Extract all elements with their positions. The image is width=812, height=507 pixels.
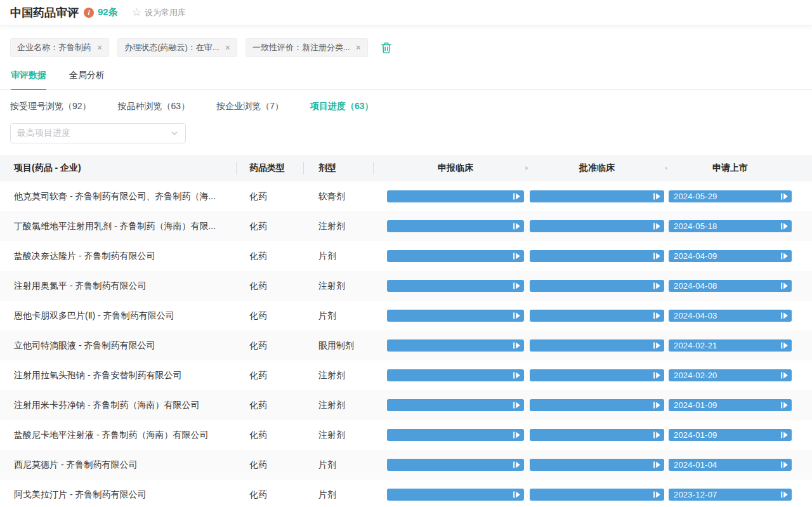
step-forward-icon [780, 222, 789, 230]
step-forward-icon [653, 491, 661, 499]
column-header-apply-market: 申请上市 [669, 162, 792, 174]
filter-tag-consistency[interactable]: 一致性评价：新注册分类... × [246, 38, 368, 57]
apply-market-bar[interactable]: 2023-12-07 [669, 489, 792, 501]
apply-market-bar[interactable]: 2024-01-04 [669, 459, 792, 471]
progress-bars: 2024-01-09 [373, 429, 792, 441]
progress-bars: 2024-01-09 [373, 399, 792, 411]
project-name[interactable]: 丁酸氯维地平注射用乳剂 - 齐鲁制药（海南）有限... [0, 221, 238, 232]
approve-clinical-bar[interactable] [530, 369, 664, 381]
project-name[interactable]: 立他司特滴眼液 - 齐鲁制药有限公司 [0, 340, 238, 352]
drug-type: 化药 [238, 280, 304, 292]
project-name[interactable]: 注射用奥氮平 - 齐鲁制药有限公司 [0, 280, 238, 292]
dosage-form: 注射剂 [304, 400, 373, 411]
filter-tag-status[interactable]: 办理状态(药融云)：在审... × [117, 38, 237, 57]
declare-clinical-bar[interactable] [387, 429, 524, 441]
project-name[interactable]: 恩他卡朋双多巴片(Ⅱ) - 齐鲁制药有限公司 [0, 310, 238, 322]
apply-market-bar[interactable]: 2024-04-09 [669, 250, 792, 262]
project-name[interactable]: 注射用拉氧头孢钠 - 齐鲁安替制药有限公司 [0, 370, 238, 381]
drug-type: 化药 [238, 340, 304, 352]
approve-clinical-bar[interactable] [530, 399, 664, 411]
approve-clinical-bar[interactable] [530, 190, 664, 202]
apply-market-bar[interactable]: 2024-04-08 [669, 280, 792, 292]
progress-bars: 2024-01-04 [373, 459, 792, 471]
step-forward-icon [513, 401, 521, 409]
drug-type: 化药 [238, 191, 304, 202]
step-forward-icon [780, 371, 789, 379]
subtab-by-variety[interactable]: 按品种浏览（63） [118, 101, 190, 112]
apply-market-bar[interactable]: 2024-01-09 [669, 429, 792, 441]
table-row: 注射用拉氧头孢钠 - 齐鲁安替制药有限公司 化药 注射剂 2024-02-20 [0, 360, 812, 390]
declare-clinical-bar[interactable] [387, 280, 524, 292]
project-name[interactable]: 他克莫司软膏 - 齐鲁制药有限公司、齐鲁制药（海... [0, 191, 238, 202]
progress-bars: 2024-04-03 [373, 310, 792, 322]
drug-type: 化药 [238, 400, 304, 411]
set-favorite-button[interactable]: ☆ 设为常用库 [132, 7, 186, 18]
apply-market-bar[interactable]: 2024-02-20 [669, 369, 792, 381]
project-name[interactable]: 西尼莫德片 - 齐鲁制药有限公司 [0, 459, 238, 471]
info-icon[interactable]: i [84, 8, 94, 18]
tab-review-data[interactable]: 审评数据 [11, 70, 46, 90]
declare-clinical-bar[interactable] [387, 399, 524, 411]
dosage-form: 片剂 [304, 459, 373, 471]
drug-type: 化药 [238, 251, 304, 262]
declare-clinical-bar[interactable] [387, 190, 524, 202]
approve-clinical-bar[interactable] [530, 220, 664, 232]
declare-clinical-bar[interactable] [387, 339, 524, 352]
project-name[interactable]: 盐酸决奈达隆片 - 齐鲁制药有限公司 [0, 251, 238, 262]
table-row: 盐酸尼卡地平注射液 - 齐鲁制药（海南）有限公司 化药 注射剂 2024-01-… [0, 420, 812, 450]
tab-global-analysis[interactable]: 全局分析 [69, 70, 105, 89]
approve-clinical-bar[interactable] [530, 250, 664, 262]
table-row: 丁酸氯维地平注射用乳剂 - 齐鲁制药（海南）有限... 化药 注射剂 2024-… [0, 211, 812, 241]
step-forward-icon [780, 431, 789, 439]
project-name[interactable]: 盐酸尼卡地平注射液 - 齐鲁制药（海南）有限公司 [0, 430, 238, 441]
declare-clinical-bar[interactable] [387, 459, 524, 471]
declare-clinical-bar[interactable] [387, 220, 524, 232]
declare-clinical-bar[interactable] [387, 369, 524, 381]
close-icon[interactable]: × [97, 43, 102, 52]
apply-market-bar[interactable]: 2024-02-21 [669, 339, 792, 352]
declare-clinical-bar[interactable] [387, 250, 524, 262]
step-forward-icon [653, 431, 661, 439]
project-name[interactable]: 阿戈美拉汀片 - 齐鲁制药有限公司 [0, 489, 238, 501]
approve-clinical-bar[interactable] [530, 459, 664, 471]
approve-clinical-bar[interactable] [530, 310, 664, 322]
subtab-project-progress[interactable]: 项目进度（63） [310, 101, 374, 112]
table-header: 项目(药品 - 企业) 药品类型 剂型 申报临床 批准临床 申请上市 [0, 155, 812, 181]
chevron-down-icon [170, 129, 179, 138]
table-row: 盐酸决奈达隆片 - 齐鲁制药有限公司 化药 片剂 2024-04-09 [0, 241, 812, 271]
step-forward-icon [780, 192, 789, 201]
apply-market-bar[interactable]: 2024-05-29 [669, 190, 792, 202]
step-forward-icon [513, 371, 521, 379]
progress-bars: 2024-04-09 [373, 250, 792, 262]
apply-market-date: 2024-01-04 [674, 460, 717, 470]
apply-market-bar[interactable]: 2024-04-03 [669, 310, 792, 322]
step-forward-icon [653, 282, 661, 290]
apply-market-bar[interactable]: 2024-05-18 [669, 220, 792, 232]
step-forward-icon [513, 491, 521, 499]
approve-clinical-bar[interactable] [530, 280, 664, 292]
filter-tag-company[interactable]: 企业名称：齐鲁制药 × [10, 38, 109, 57]
project-name[interactable]: 注射用米卡芬净钠 - 齐鲁制药（海南）有限公司 [0, 400, 238, 411]
table-row: 立他司特滴眼液 - 齐鲁制药有限公司 化药 眼用制剂 2024-02-21 [0, 331, 812, 360]
declare-clinical-bar[interactable] [387, 310, 524, 322]
approve-clinical-bar[interactable] [530, 429, 664, 441]
drug-type: 化药 [238, 221, 304, 232]
step-forward-icon [653, 252, 661, 260]
table-row: 注射用奥氮平 - 齐鲁制药有限公司 化药 注射剂 2024-04-08 [0, 271, 812, 301]
apply-market-date: 2024-05-18 [674, 221, 717, 231]
close-icon[interactable]: × [356, 43, 361, 52]
approve-clinical-bar[interactable] [530, 339, 664, 352]
clear-filters-button[interactable] [380, 41, 393, 55]
apply-market-bar[interactable]: 2024-01-09 [669, 399, 792, 411]
close-icon[interactable]: × [225, 43, 230, 52]
subtab-by-company[interactable]: 按企业浏览（7） [216, 101, 284, 112]
declare-clinical-bar[interactable] [387, 489, 524, 501]
dosage-form: 软膏剂 [304, 191, 373, 202]
dosage-form: 片剂 [304, 489, 373, 501]
max-progress-select[interactable]: 最高项目进度 [10, 123, 186, 143]
subtab-by-acceptance-number[interactable]: 按受理号浏览（92） [10, 101, 91, 112]
progress-bars: 2024-02-20 [373, 369, 792, 381]
dosage-form: 片剂 [304, 310, 373, 322]
step-forward-icon [653, 192, 661, 201]
approve-clinical-bar[interactable] [530, 489, 664, 501]
